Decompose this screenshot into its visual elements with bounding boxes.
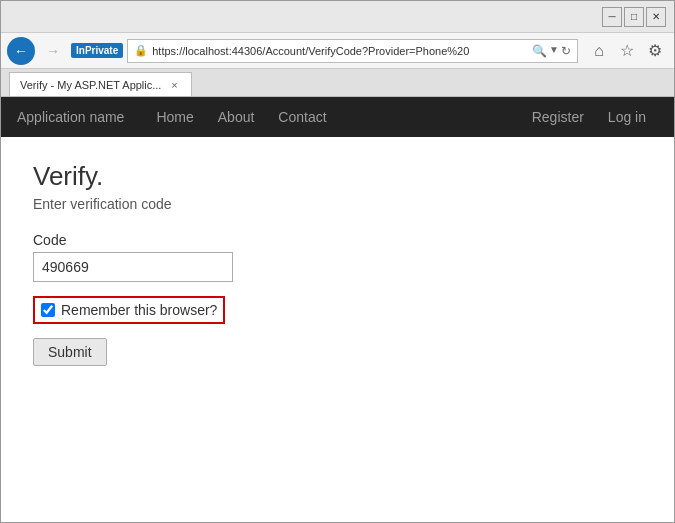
- maximize-button[interactable]: □: [624, 7, 644, 27]
- toolbar-icons: ⌂ ☆ ⚙: [586, 38, 668, 64]
- main-content: Verify. Enter verification code Code Rem…: [1, 137, 674, 522]
- lock-small-icon: ▼: [549, 44, 559, 58]
- home-icon[interactable]: ⌂: [586, 38, 612, 64]
- nav-link-contact[interactable]: Contact: [266, 97, 338, 137]
- forward-button[interactable]: →: [39, 38, 67, 64]
- favorites-icon[interactable]: ☆: [614, 38, 640, 64]
- close-button[interactable]: ✕: [646, 7, 666, 27]
- code-input[interactable]: [33, 252, 233, 282]
- title-bar: ─ □ ✕: [1, 1, 674, 33]
- tab-close-button[interactable]: ×: [167, 78, 181, 92]
- page-title: Verify.: [33, 161, 642, 192]
- code-label: Code: [33, 232, 642, 248]
- url-bar[interactable]: 🔒 https://localhost:44306/Account/Verify…: [127, 39, 578, 63]
- page-subtitle: Enter verification code: [33, 196, 642, 212]
- remember-browser-checkbox[interactable]: [41, 303, 55, 317]
- tab-bar: Verify - My ASP.NET Applic... ×: [1, 69, 674, 97]
- address-bar: ← → InPrivate 🔒 https://localhost:44306/…: [1, 33, 674, 69]
- navbar: Application name Home About Contact Regi…: [1, 97, 674, 137]
- back-button[interactable]: ←: [7, 37, 35, 65]
- nav-link-login[interactable]: Log in: [596, 97, 658, 137]
- tab-title: Verify - My ASP.NET Applic...: [20, 79, 161, 91]
- nav-link-register[interactable]: Register: [520, 97, 596, 137]
- navbar-brand[interactable]: Application name: [17, 109, 124, 125]
- settings-icon[interactable]: ⚙: [642, 38, 668, 64]
- browser-window: ─ □ ✕ ← → InPrivate 🔒 https://localhost:…: [0, 0, 675, 523]
- remember-browser-group: Remember this browser?: [33, 296, 225, 324]
- lock-icon: 🔒: [134, 44, 148, 57]
- inprivate-badge: InPrivate: [71, 43, 123, 58]
- window-controls: ─ □ ✕: [602, 7, 666, 27]
- url-text: https://localhost:44306/Account/VerifyCo…: [152, 45, 528, 57]
- page-area: Application name Home About Contact Regi…: [1, 97, 674, 522]
- remember-browser-label[interactable]: Remember this browser?: [61, 302, 217, 318]
- submit-button[interactable]: Submit: [33, 338, 107, 366]
- active-tab[interactable]: Verify - My ASP.NET Applic... ×: [9, 72, 192, 96]
- search-icon: 🔍: [532, 44, 547, 58]
- code-form-group: Code: [33, 232, 642, 282]
- nav-link-about[interactable]: About: [206, 97, 267, 137]
- nav-link-home[interactable]: Home: [144, 97, 205, 137]
- url-icons: 🔍 ▼ ↻: [532, 44, 571, 58]
- minimize-button[interactable]: ─: [602, 7, 622, 27]
- refresh-icon[interactable]: ↻: [561, 44, 571, 58]
- navbar-right: Register Log in: [520, 97, 658, 137]
